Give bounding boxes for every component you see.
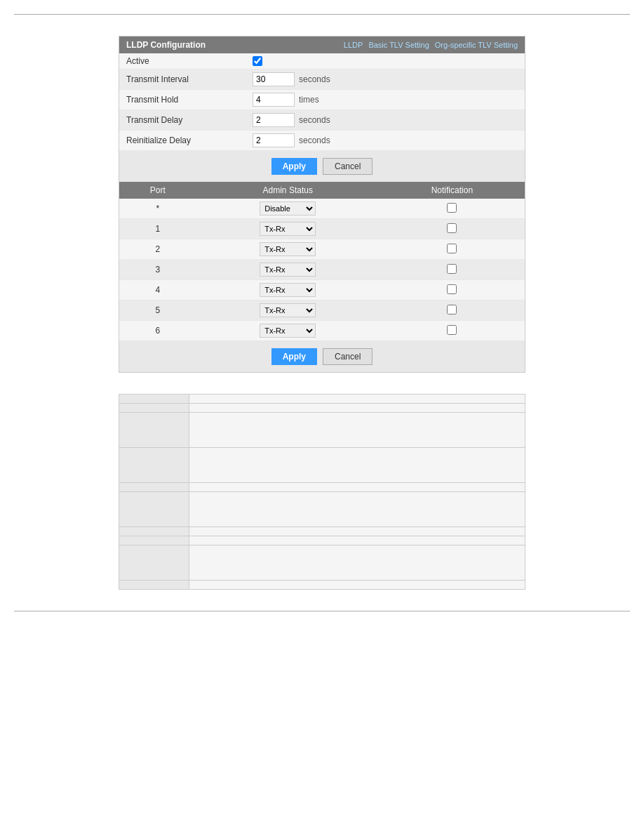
desc-field bbox=[119, 545, 189, 581]
status-select-star[interactable]: Disable Tx-Rx Tx-Only Rx-Only bbox=[260, 201, 316, 216]
checkbox-active[interactable] bbox=[253, 56, 262, 66]
unit-transmit-hold: times bbox=[299, 95, 319, 105]
desc-value bbox=[189, 413, 525, 448]
desc-field bbox=[119, 527, 189, 536]
unit-transmit-delay: seconds bbox=[299, 115, 330, 125]
config-row-transmit-interval: Transmit Interval seconds bbox=[119, 70, 525, 90]
label-reinitialize-delay: Reinitialize Delay bbox=[126, 135, 253, 145]
table-row: 6 Tx-Rx Disable Tx-Only Rx-Only bbox=[119, 321, 525, 341]
unit-reinitialize-delay: seconds bbox=[299, 135, 330, 145]
desc-field bbox=[119, 413, 189, 448]
desc-row bbox=[119, 492, 525, 527]
config-nav-links: LLDP Basic TLV Setting Org-specific TLV … bbox=[344, 41, 518, 49]
desc-row bbox=[119, 483, 525, 492]
config-panel-title: LLDP Configuration bbox=[126, 40, 206, 50]
desc-field bbox=[119, 448, 189, 483]
status-select-4[interactable]: Tx-Rx Disable Tx-Only Rx-Only bbox=[260, 283, 316, 297]
col-header-notification: Notification bbox=[380, 182, 525, 199]
lldp-config-panel: LLDP Configuration LLDP Basic TLV Settin… bbox=[119, 36, 525, 373]
label-transmit-interval: Transmit Interval bbox=[126, 74, 253, 84]
port-cell: 5 bbox=[119, 300, 196, 321]
config-row-transmit-delay: Transmit Delay seconds bbox=[119, 110, 525, 131]
nav-link-lldp[interactable]: LLDP bbox=[344, 41, 363, 49]
value-transmit-hold: times bbox=[253, 93, 319, 107]
notification-cell bbox=[380, 239, 525, 260]
table-row: 4 Tx-Rx Disable Tx-Only Rx-Only bbox=[119, 280, 525, 300]
nav-link-org-tlv[interactable]: Org-specific TLV Setting bbox=[435, 41, 518, 49]
input-transmit-delay[interactable] bbox=[253, 113, 295, 127]
notification-cell bbox=[380, 260, 525, 280]
desc-value bbox=[189, 395, 525, 404]
config-header: LLDP Configuration LLDP Basic TLV Settin… bbox=[119, 37, 525, 53]
label-transmit-delay: Transmit Delay bbox=[126, 115, 253, 125]
desc-row bbox=[119, 536, 525, 545]
notify-checkbox-star[interactable] bbox=[447, 203, 457, 213]
port-cell: 3 bbox=[119, 260, 196, 280]
col-header-port: Port bbox=[119, 182, 196, 199]
notification-cell bbox=[380, 199, 525, 219]
config-row-transmit-hold: Transmit Hold times bbox=[119, 90, 525, 110]
status-select-5[interactable]: Tx-Rx Disable Tx-Only Rx-Only bbox=[260, 303, 316, 317]
notification-cell bbox=[380, 300, 525, 321]
input-transmit-interval[interactable] bbox=[253, 72, 295, 86]
apply-button-top[interactable]: Apply bbox=[271, 158, 317, 175]
notify-checkbox-2[interactable] bbox=[447, 244, 457, 253]
notify-checkbox-3[interactable] bbox=[447, 264, 457, 274]
desc-value bbox=[189, 536, 525, 545]
desc-value bbox=[189, 581, 525, 590]
port-cell: 6 bbox=[119, 321, 196, 341]
desc-row bbox=[119, 413, 525, 448]
table-row: 2 Tx-Rx Disable Tx-Only Rx-Only bbox=[119, 239, 525, 260]
desc-value bbox=[189, 483, 525, 492]
status-select-2[interactable]: Tx-Rx Disable Tx-Only Rx-Only bbox=[260, 242, 316, 256]
desc-value bbox=[189, 545, 525, 581]
unit-transmit-interval: seconds bbox=[299, 74, 330, 84]
port-table: Port Admin Status Notification * Disable… bbox=[119, 182, 525, 341]
port-cell: 1 bbox=[119, 219, 196, 239]
desc-field bbox=[119, 581, 189, 590]
description-table bbox=[119, 394, 525, 590]
cancel-button-top[interactable]: Cancel bbox=[323, 158, 373, 175]
notify-checkbox-4[interactable] bbox=[447, 284, 457, 294]
admin-status-cell: Tx-Rx Disable Tx-Only Rx-Only bbox=[196, 219, 380, 239]
label-active: Active bbox=[126, 56, 253, 66]
admin-status-cell: Tx-Rx Disable Tx-Only Rx-Only bbox=[196, 239, 380, 260]
desc-value bbox=[189, 448, 525, 483]
desc-row bbox=[119, 404, 525, 413]
status-select-6[interactable]: Tx-Rx Disable Tx-Only Rx-Only bbox=[260, 324, 316, 338]
value-transmit-delay: seconds bbox=[253, 113, 330, 127]
port-cell: * bbox=[119, 199, 196, 219]
desc-field bbox=[119, 492, 189, 527]
notify-checkbox-6[interactable] bbox=[447, 325, 457, 335]
table-row: * Disable Tx-Rx Tx-Only Rx-Only bbox=[119, 199, 525, 219]
admin-status-cell: Disable Tx-Rx Tx-Only Rx-Only bbox=[196, 199, 380, 219]
value-transmit-interval: seconds bbox=[253, 72, 330, 86]
notification-cell bbox=[380, 219, 525, 239]
desc-field bbox=[119, 483, 189, 492]
input-transmit-hold[interactable] bbox=[253, 93, 295, 107]
desc-value bbox=[189, 404, 525, 413]
admin-status-cell: Tx-Rx Disable Tx-Only Rx-Only bbox=[196, 321, 380, 341]
cancel-button-bottom[interactable]: Cancel bbox=[323, 348, 373, 365]
nav-link-basic-tlv[interactable]: Basic TLV Setting bbox=[368, 41, 429, 49]
status-select-3[interactable]: Tx-Rx Disable Tx-Only Rx-Only bbox=[260, 263, 316, 277]
config-row-reinitialize-delay: Reinitialize Delay seconds bbox=[119, 131, 525, 151]
config-button-row-bottom: Apply Cancel bbox=[119, 341, 525, 372]
label-transmit-hold: Transmit Hold bbox=[126, 95, 253, 105]
apply-button-bottom[interactable]: Apply bbox=[271, 348, 317, 365]
input-reinitialize-delay[interactable] bbox=[253, 133, 295, 147]
admin-status-cell: Tx-Rx Disable Tx-Only Rx-Only bbox=[196, 260, 380, 280]
notification-cell bbox=[380, 280, 525, 300]
desc-row bbox=[119, 581, 525, 590]
status-select-1[interactable]: Tx-Rx Disable Tx-Only Rx-Only bbox=[260, 222, 316, 236]
value-reinitialize-delay: seconds bbox=[253, 133, 330, 147]
desc-row bbox=[119, 395, 525, 404]
notify-checkbox-5[interactable] bbox=[447, 305, 457, 315]
desc-row bbox=[119, 448, 525, 483]
desc-field bbox=[119, 536, 189, 545]
config-body: Active Transmit Interval seconds Transmi… bbox=[119, 53, 525, 151]
desc-value bbox=[189, 527, 525, 536]
config-button-row-top: Apply Cancel bbox=[119, 151, 525, 182]
value-active bbox=[253, 56, 262, 66]
notify-checkbox-1[interactable] bbox=[447, 223, 457, 233]
